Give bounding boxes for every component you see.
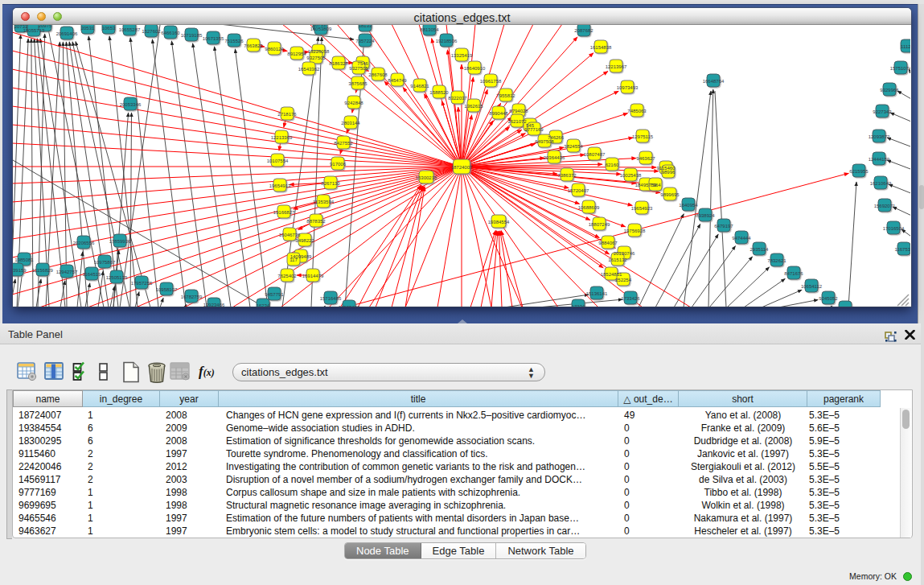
svg-text:20053346: 20053346 bbox=[120, 102, 142, 107]
svg-text:1362615: 1362615 bbox=[464, 104, 483, 109]
svg-text:16046736: 16046736 bbox=[279, 233, 301, 237]
svg-text:1615132: 1615132 bbox=[608, 257, 627, 262]
svg-text:15136141: 15136141 bbox=[586, 291, 608, 296]
svg-text:9899695: 9899695 bbox=[660, 192, 680, 197]
svg-text:15716485: 15716485 bbox=[320, 296, 342, 301]
svg-text:19166827: 19166827 bbox=[273, 210, 295, 215]
svg-text:18640910: 18640910 bbox=[464, 66, 486, 71]
svg-text:7832621: 7832621 bbox=[767, 258, 786, 263]
svg-text:20364436: 20364436 bbox=[544, 155, 565, 160]
svg-text:10807487: 10807487 bbox=[584, 152, 606, 157]
svg-text:9245052: 9245052 bbox=[819, 296, 838, 301]
svg-text:8878352: 8878352 bbox=[306, 219, 326, 224]
svg-text:10719185: 10719185 bbox=[181, 33, 203, 38]
svg-text:1985081: 1985081 bbox=[14, 257, 34, 262]
svg-text:7357224: 7357224 bbox=[355, 39, 375, 43]
svg-text:16914479: 16914479 bbox=[302, 274, 324, 278]
svg-text:20531: 20531 bbox=[81, 26, 95, 31]
svg-text:9327505: 9327505 bbox=[306, 56, 326, 60]
svg-text:9884067: 9884067 bbox=[598, 241, 618, 245]
svg-text:7663822: 7663822 bbox=[244, 43, 263, 48]
svg-text:19055713: 19055713 bbox=[23, 28, 45, 33]
svg-text:12975115: 12975115 bbox=[632, 134, 654, 139]
svg-text:18133: 18133 bbox=[359, 25, 372, 28]
svg-text:9327505: 9327505 bbox=[349, 66, 368, 71]
svg-text:92450: 92450 bbox=[839, 306, 852, 307]
svg-text:10975867: 10975867 bbox=[94, 260, 116, 265]
svg-text:19654923: 19654923 bbox=[631, 206, 653, 211]
svg-text:10025438: 10025438 bbox=[620, 173, 642, 178]
svg-text:19756928: 19756928 bbox=[624, 229, 646, 233]
svg-text:7485063: 7485063 bbox=[627, 109, 647, 113]
svg-text:11353594: 11353594 bbox=[313, 200, 335, 204]
svg-text:252254: 252254 bbox=[615, 278, 632, 282]
svg-text:17334: 17334 bbox=[572, 304, 585, 307]
svg-text:10688609: 10688609 bbox=[578, 205, 600, 210]
svg-text:6466160: 6466160 bbox=[161, 31, 180, 35]
svg-text:12444159: 12444159 bbox=[869, 157, 890, 162]
svg-text:2718176: 2718176 bbox=[277, 112, 297, 117]
svg-text:2867608: 2867608 bbox=[368, 72, 388, 77]
svg-text:8186328: 8186328 bbox=[329, 61, 348, 66]
svg-text:6497508: 6497508 bbox=[535, 139, 554, 144]
svg-text:9227342: 9227342 bbox=[873, 109, 892, 114]
svg-text:17957255: 17957255 bbox=[131, 281, 153, 286]
svg-text:6479197: 6479197 bbox=[714, 224, 733, 229]
svg-text:12213967: 12213967 bbox=[606, 64, 627, 69]
svg-text:10671355: 10671355 bbox=[203, 36, 224, 41]
svg-text:12213369: 12213369 bbox=[271, 135, 293, 140]
svg-text:17859936: 17859936 bbox=[109, 239, 131, 244]
svg-text:7955812: 7955812 bbox=[496, 93, 515, 98]
svg-text:16210643: 16210643 bbox=[870, 181, 892, 186]
svg-text:18524851: 18524851 bbox=[601, 272, 622, 277]
svg-text:8990448: 8990448 bbox=[489, 111, 508, 116]
svg-text:6794028: 6794028 bbox=[509, 109, 528, 113]
svg-text:20975: 20975 bbox=[39, 25, 52, 28]
svg-text:8454749: 8454749 bbox=[388, 78, 407, 83]
svg-text:2935114: 2935114 bbox=[750, 247, 770, 252]
svg-text:8322037: 8322037 bbox=[448, 96, 467, 101]
svg-text:8267130: 8267130 bbox=[321, 181, 340, 186]
svg-text:8471676: 8471676 bbox=[784, 271, 803, 276]
svg-text:11123: 11123 bbox=[901, 44, 910, 49]
svg-text:3875685: 3875685 bbox=[348, 81, 368, 86]
svg-text:19384554: 19384554 bbox=[488, 220, 510, 225]
svg-text:10961758: 10961758 bbox=[480, 79, 502, 84]
svg-text:11156829: 11156829 bbox=[32, 268, 53, 273]
svg-text:7386372: 7386372 bbox=[557, 173, 577, 178]
svg-text:10655287: 10655287 bbox=[119, 27, 141, 32]
svg-text:18724007: 18724007 bbox=[451, 165, 473, 170]
svg-text:10973493: 10973493 bbox=[617, 85, 639, 90]
svg-text:12093872: 12093872 bbox=[869, 134, 890, 139]
svg-text:12923466: 12923466 bbox=[339, 305, 360, 307]
svg-text:9860124: 9860124 bbox=[265, 47, 284, 51]
svg-text:15300215: 15300215 bbox=[416, 175, 437, 180]
svg-text:19218506: 19218506 bbox=[436, 39, 458, 43]
svg-text:1640954: 1640954 bbox=[679, 203, 698, 208]
svg-text:1167533: 1167533 bbox=[895, 247, 910, 252]
svg-text:16234: 16234 bbox=[257, 303, 270, 307]
svg-text:12505135: 12505135 bbox=[106, 275, 128, 280]
svg-text:16782759: 16782759 bbox=[181, 295, 203, 299]
svg-text:6215955: 6215955 bbox=[849, 169, 869, 174]
svg-text:7625402: 7625402 bbox=[277, 274, 297, 278]
svg-text:13325419: 13325419 bbox=[451, 53, 473, 58]
svg-text:15692071: 15692071 bbox=[874, 204, 896, 208]
svg-text:17016504: 17016504 bbox=[883, 226, 905, 231]
svg-text:10653: 10653 bbox=[102, 26, 116, 31]
svg-text:20691406: 20691406 bbox=[56, 31, 78, 36]
svg-text:1733426: 1733426 bbox=[621, 296, 640, 301]
svg-text:10654112: 10654112 bbox=[801, 284, 823, 289]
svg-text:2039159: 2039159 bbox=[13, 268, 27, 273]
svg-text:15720407: 15720407 bbox=[568, 188, 589, 193]
svg-text:19654913: 19654913 bbox=[269, 183, 291, 188]
svg-text:18807249: 18807249 bbox=[589, 222, 610, 227]
svg-text:16543362: 16543362 bbox=[298, 67, 320, 72]
svg-text:16648764: 16648764 bbox=[703, 79, 725, 84]
svg-text:12923466: 12923466 bbox=[203, 303, 225, 307]
svg-text:98996: 98996 bbox=[662, 170, 676, 175]
svg-text:9474444: 9474444 bbox=[732, 236, 751, 241]
svg-text:1527602: 1527602 bbox=[142, 29, 161, 34]
svg-text:13226058: 13226058 bbox=[308, 49, 330, 54]
svg-text:8427552: 8427552 bbox=[334, 141, 353, 146]
